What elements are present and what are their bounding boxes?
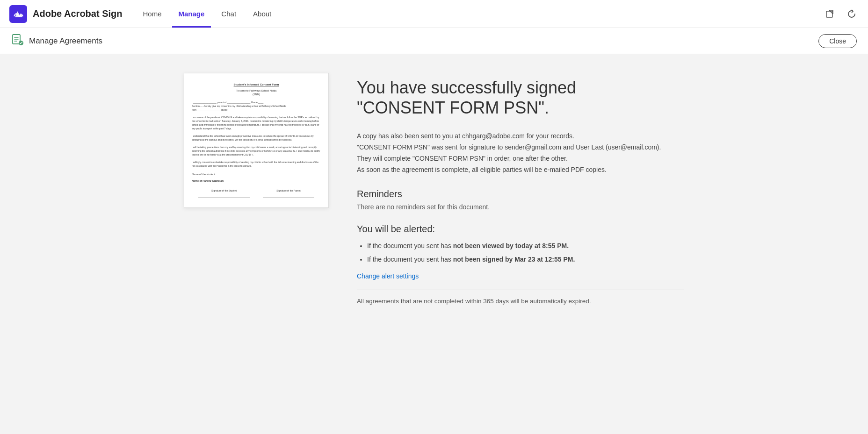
close-button[interactable]: Close [818,34,857,48]
parent-sig: Signature of the Parent [256,189,321,198]
doc-body-text: I __________________ parent of _________… [192,100,321,168]
expiry-note: All agreements that are not completed wi… [357,290,684,305]
doc-content: Student's Informed Consent Form To come … [192,83,321,198]
top-navigation: Adobe Acrobat Sign Home Manage Chat Abou… [0,0,868,28]
open-new-window-button[interactable] [823,7,837,21]
nav-chat[interactable]: Chat [215,0,243,28]
app-logo-icon [9,5,27,23]
alert-item-1: If the document you sent has not been vi… [367,240,684,252]
success-title: You have successfully signed "CONSENT FO… [357,78,684,118]
student-sig: Signature of the Student [192,189,256,198]
nav-items: Home Manage Chat About [136,0,278,28]
reminders-title: Reminders [357,189,684,199]
logo-area: Adobe Acrobat Sign [9,5,122,23]
sig-line-2 [263,198,314,198]
doc-field-student: Name of the student: [192,172,321,176]
doc-title: Student's Informed Consent Form [192,83,321,87]
doc-field-parent: Name of Parent/ Guardian: [192,179,321,183]
info-panel: You have successfully signed "CONSENT FO… [357,73,684,305]
sub-header: Manage Agreements Close [0,28,868,54]
nav-manage[interactable]: Manage [172,0,211,28]
svg-rect-0 [826,11,832,17]
app-title: Adobe Acrobat Sign [33,8,122,19]
document-preview: Student's Informed Consent Form To come … [184,73,329,208]
refresh-button[interactable] [845,7,859,21]
main-content: Student's Informed Consent Form To come … [0,54,868,434]
sub-header-left: Manage Agreements [11,34,102,49]
sig-line-1 [198,198,250,198]
alert-item-2: If the document you sent has not been si… [367,254,684,265]
sub-header-title: Manage Agreements [29,36,102,46]
doc-signature-section: Signature of the Student Signature of th… [192,189,321,198]
change-alert-settings-link[interactable]: Change alert settings [357,272,419,280]
nav-right-icons [823,7,859,21]
doc-subtitle: To come to Pathways School Noida (SNM) [192,89,321,97]
alerts-title: You will be alerted: [357,224,684,235]
alert-list: If the document you sent has not been vi… [357,240,684,265]
nav-about[interactable]: About [246,0,278,28]
info-body: A copy has also been sent to you at chhg… [357,131,684,175]
no-reminders-text: There are no reminders set for this docu… [357,203,684,211]
nav-home[interactable]: Home [136,0,168,28]
manage-agreements-icon [11,34,23,49]
